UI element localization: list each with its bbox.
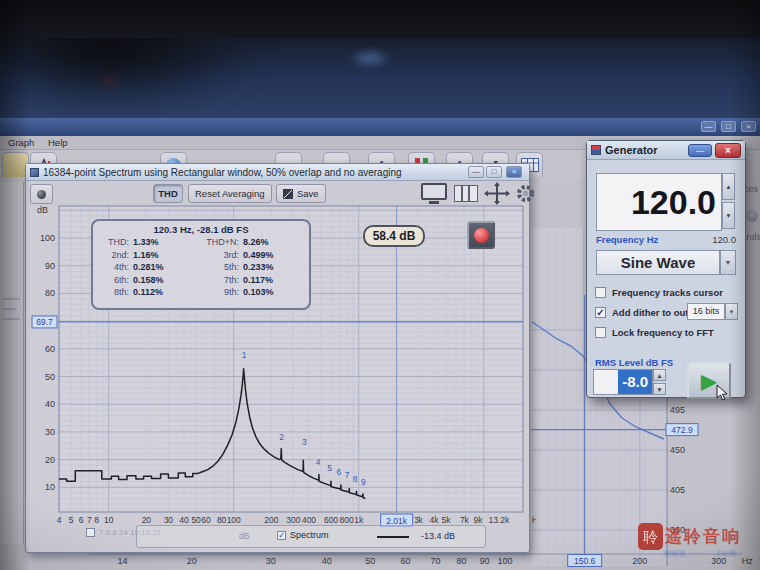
stat-value: 0.117% bbox=[243, 275, 303, 285]
y-tick-label: 100 bbox=[40, 233, 55, 243]
y-tick-label: 40 bbox=[45, 399, 55, 409]
photographed-screen: — □ × Graph Help ∿dB SPLAA 4954504053604… bbox=[0, 0, 760, 570]
bottom-tick-label: 40 bbox=[322, 556, 332, 566]
right-tick-label: 405 bbox=[670, 485, 685, 495]
stat-value: 8.26% bbox=[243, 237, 303, 247]
table-view-button[interactable] bbox=[454, 185, 478, 202]
dither-bits-select[interactable]: 16 bits bbox=[687, 303, 725, 320]
harmonic-label: 5 bbox=[327, 463, 332, 473]
watermark-url-text: www.······.com bbox=[664, 548, 758, 558]
dither-checkbox[interactable]: ✓ bbox=[595, 307, 606, 318]
spin-up-icon[interactable]: ▲ bbox=[653, 369, 666, 381]
stat-value: 0.103% bbox=[243, 287, 303, 297]
harmonic-label: 4 bbox=[316, 457, 321, 467]
y-tick-label: 80 bbox=[45, 288, 55, 298]
stat-label: 2nd: bbox=[99, 250, 133, 260]
screen-glare bbox=[348, 48, 392, 68]
menu-help[interactable]: Help bbox=[48, 137, 68, 148]
maximize-icon[interactable]: □ bbox=[721, 121, 736, 132]
x-tick-label: 4 bbox=[57, 515, 62, 525]
harmonic-label: 2 bbox=[279, 432, 284, 442]
x-tick-label: 50 bbox=[191, 515, 201, 525]
x-tick-label: 4k bbox=[430, 515, 440, 525]
spectrum-label: Spectrum bbox=[290, 530, 329, 540]
trace-legend: dB ✓ Spectrum -13.4 dB bbox=[136, 525, 486, 548]
monitor-icon bbox=[421, 183, 447, 200]
harmonic-label: 9 bbox=[361, 477, 366, 487]
session-checkbox[interactable] bbox=[86, 528, 95, 537]
x-tick-label: 800 bbox=[340, 515, 354, 525]
rms-level-field[interactable]: -8.0 bbox=[593, 369, 653, 395]
minimize-icon[interactable]: — bbox=[701, 121, 716, 132]
rms-level-value[interactable]: -8.0 bbox=[618, 370, 652, 394]
bottom-tick-label: 30 bbox=[266, 556, 276, 566]
stat-value: 0.233% bbox=[243, 262, 303, 272]
stat-label: THD: bbox=[99, 237, 133, 247]
frequency-label: Frequency Hz bbox=[596, 234, 658, 245]
right-cursor-label: 472.9 bbox=[671, 425, 693, 435]
close-icon[interactable]: × bbox=[506, 166, 522, 178]
maximize-icon[interactable]: □ bbox=[486, 166, 502, 178]
legend-db-label: dB bbox=[239, 531, 249, 541]
x-axis-unit: Hz bbox=[532, 515, 536, 525]
chevron-down-icon[interactable]: ▼ bbox=[725, 303, 738, 320]
harmonic-label: 8 bbox=[353, 474, 358, 484]
x-tick-label: 200 bbox=[264, 515, 278, 525]
spectrum-checkbox[interactable]: ✓ bbox=[277, 531, 286, 540]
record-icon bbox=[474, 228, 489, 243]
stat-label: THD+N: bbox=[191, 237, 243, 247]
bottom-tick-label: 14 bbox=[117, 556, 127, 566]
x-tick-label: 8 bbox=[94, 515, 99, 525]
stat-label: 8th: bbox=[99, 287, 133, 297]
spectrum-titlebar: 16384-point Spectrum using Rectangular w… bbox=[26, 164, 529, 181]
x-tick-label: 80 bbox=[217, 515, 227, 525]
y-tick-label: 90 bbox=[45, 261, 55, 271]
bottom-tick-label: 60 bbox=[401, 556, 411, 566]
app-titlebar: — □ × bbox=[0, 118, 760, 136]
lock-fft-checkbox[interactable] bbox=[595, 327, 606, 338]
spin-up-icon[interactable]: ▲ bbox=[722, 173, 735, 200]
frequency-display[interactable]: 120.0 bbox=[596, 173, 722, 231]
menu-graph[interactable]: Graph bbox=[8, 137, 34, 148]
photo-watermark: 聆 遥聆音响 www.······.com bbox=[638, 523, 758, 558]
camera-icon bbox=[37, 190, 46, 199]
level-readout: 58.4 dB bbox=[363, 225, 425, 247]
columns-icon bbox=[454, 185, 478, 202]
harmonic-label: 6 bbox=[337, 467, 342, 477]
close-icon[interactable]: × bbox=[715, 143, 741, 158]
record-button[interactable] bbox=[467, 221, 495, 249]
save-icon bbox=[283, 189, 293, 199]
stat-label: 7th: bbox=[191, 275, 243, 285]
clipped-text-fragment: ces bbox=[744, 184, 758, 194]
generator-icon bbox=[591, 145, 601, 155]
tracks-cursor-option[interactable]: Frequency tracks cursor bbox=[595, 287, 723, 298]
right-tick-label: 450 bbox=[670, 445, 685, 455]
chevron-down-icon[interactable]: ▼ bbox=[720, 250, 736, 275]
x-tick-label: 10 bbox=[104, 515, 114, 525]
bottom-tick-label: 20 bbox=[187, 556, 197, 566]
stat-label: 4th: bbox=[99, 262, 133, 272]
rms-stepper: ▲ ▼ bbox=[653, 369, 666, 395]
stat-label: 3rd: bbox=[191, 250, 243, 260]
close-icon[interactable]: × bbox=[741, 121, 756, 132]
spin-down-icon[interactable]: ▼ bbox=[653, 383, 666, 395]
y-tick-label: 60 bbox=[45, 344, 55, 354]
spectrum-trace-toggle[interactable]: ✓ Spectrum bbox=[277, 530, 329, 540]
tracks-cursor-checkbox[interactable] bbox=[595, 287, 606, 298]
bottom-cursor-label: 150.6 bbox=[574, 556, 596, 566]
spectrum-window: 16384-point Spectrum using Rectangular w… bbox=[25, 163, 530, 553]
trace-line-sample bbox=[377, 536, 409, 538]
y-tick-label: 50 bbox=[45, 372, 55, 382]
illegible-text bbox=[3, 318, 20, 320]
waveform-select[interactable]: Sine Wave bbox=[596, 250, 720, 275]
lock-fft-option[interactable]: Lock frequency to FFT bbox=[595, 327, 714, 338]
generator-dialog: Generator — × 120.0 ▲ ▼ Frequency Hz 120… bbox=[586, 140, 746, 398]
x-tick-label: 3k bbox=[414, 515, 424, 525]
minimize-icon[interactable]: — bbox=[688, 144, 712, 157]
x-tick-label: 5k bbox=[442, 515, 452, 525]
stat-value: 0.112% bbox=[133, 287, 191, 297]
minimize-icon[interactable]: — bbox=[468, 166, 484, 178]
x-tick-label: 60 bbox=[201, 515, 211, 525]
window-icon bbox=[30, 168, 39, 177]
spin-down-icon[interactable]: ▼ bbox=[722, 202, 735, 229]
